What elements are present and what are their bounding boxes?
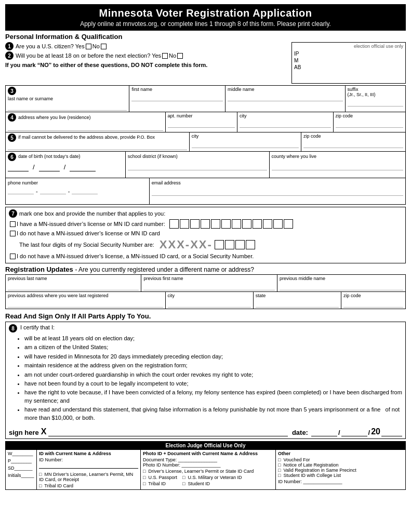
prev-last-name-input[interactable] — [8, 282, 139, 290]
id-box-11[interactable] — [273, 219, 283, 229]
po-city-input[interactable] — [192, 140, 299, 148]
school-label: school district (if known) — [128, 154, 178, 159]
warning-row: If you mark “NO” to either of these ques… — [5, 62, 289, 68]
tribal-student-row: □ Tribal ID □ Student ID — [143, 481, 273, 486]
vouched-option: □ Vouched For — [278, 457, 403, 462]
po-city-cell: city — [190, 132, 301, 151]
dl-state-id-option: □ Driver’s License, Learner’s Permit or … — [143, 469, 273, 474]
suffix-input[interactable] — [348, 98, 403, 107]
q2-text: Will you be at least 18 on or before the… — [16, 52, 161, 59]
id-current-name-col: ID with Current Name & Address ID Number… — [37, 449, 141, 489]
certify-num-row: 8 I certify that I: — [9, 324, 402, 332]
phone-dash1: - — [36, 188, 38, 194]
suffix-cell: suffix(Jr., Sr., II, III) — [346, 86, 405, 112]
middle-name-cell: middle name — [226, 86, 346, 112]
prev-city-input[interactable] — [168, 299, 251, 308]
middle-name-label: middle name — [228, 87, 343, 92]
prev-first-name-input[interactable] — [143, 282, 274, 290]
id-box-12[interactable] — [284, 219, 293, 229]
id-box-2[interactable] — [180, 219, 189, 229]
prev-address-cell: previous address where you were last reg… — [6, 292, 166, 309]
q2-yes-checkbox[interactable] — [162, 53, 168, 59]
address-input[interactable] — [8, 123, 163, 131]
s7-opt2-checkbox[interactable] — [10, 231, 16, 236]
valid-reg-option: □ Valid Registration in Same Precinct — [278, 468, 403, 473]
zip-input[interactable] — [336, 119, 403, 128]
city-input[interactable] — [240, 119, 331, 128]
id-box-5[interactable] — [211, 219, 220, 229]
id-box-4[interactable] — [201, 219, 210, 229]
address-label: address where you live (residence) — [18, 115, 91, 120]
school-input[interactable] — [128, 162, 267, 170]
q1-no-checkbox[interactable] — [101, 44, 107, 49]
ssn-box-3[interactable] — [235, 240, 245, 249]
dob-day-input[interactable] — [39, 163, 60, 171]
s7-opt1-checkbox[interactable] — [10, 221, 16, 227]
s7-opt3-checkbox[interactable] — [10, 254, 16, 259]
other-col: Other □ Vouched For □ Notice of Late Reg… — [276, 449, 406, 489]
id-box-10[interactable] — [263, 219, 272, 229]
id-box-3[interactable] — [190, 219, 200, 229]
date-day-line[interactable] — [341, 426, 367, 436]
section-4-address-row: 4 address where you live (residence) apt… — [5, 112, 406, 132]
id-box-1[interactable] — [169, 219, 179, 229]
certify-list: will be at least 18 years old on electio… — [24, 335, 402, 422]
middle-name-input[interactable] — [228, 93, 343, 101]
s7-badge: 7 — [9, 209, 17, 218]
question-2-row: 2 Will you be at least 18 on or before t… — [5, 51, 289, 60]
prev-first-name-label: previous first name — [143, 276, 274, 281]
section-6-bottom: phone number - - email address — [6, 178, 405, 204]
election-official-label: election official use only — [294, 44, 403, 49]
prev-state-input[interactable] — [256, 299, 339, 308]
date-month-line[interactable] — [311, 426, 337, 436]
ssn-box-4[interactable] — [246, 240, 255, 249]
s3-badge: 3 — [8, 87, 16, 95]
apt-number-input[interactable] — [168, 119, 235, 128]
section-5-po-row: 5 if mail cannot be delivered to the add… — [5, 132, 406, 152]
prev-address-input[interactable] — [8, 299, 163, 308]
po-zip-cell: zip code — [301, 132, 405, 151]
judge-sd: SD_______ — [8, 466, 34, 471]
county-label: county where you live — [272, 154, 317, 159]
signature-line[interactable] — [48, 426, 287, 436]
q1-text: Are you a U.S. citizen? Yes — [16, 43, 85, 49]
dob-label: date of birth (not today’s date) — [18, 154, 80, 159]
county-input[interactable] — [272, 162, 403, 170]
sign-label: sign here — [9, 429, 39, 436]
q2-badge: 2 — [5, 51, 14, 60]
prev-middle-name-input[interactable] — [280, 282, 403, 290]
prev-zip-input[interactable] — [343, 299, 403, 308]
pobox-input[interactable] — [8, 142, 187, 150]
city-cell: city — [237, 112, 334, 132]
id-box-8[interactable] — [242, 219, 251, 229]
po-zip-input[interactable] — [303, 140, 403, 148]
id-box-7[interactable] — [232, 219, 241, 229]
late-reg-option: □ Notice of Late Registration — [278, 462, 403, 468]
certify-item-2: am a citizen of the United States; — [24, 343, 402, 351]
q1-no-label: No — [92, 43, 100, 49]
ssn-box-1[interactable] — [215, 240, 224, 249]
reg-updates-subtitle: - Are you currently registered under a d… — [75, 266, 254, 273]
election-official-ip: IP — [294, 51, 403, 57]
certify-item-5: am not under court-ordered guardianship … — [24, 371, 402, 379]
email-input[interactable] — [152, 188, 403, 196]
id-box-6[interactable] — [221, 219, 231, 229]
phone-number-input[interactable] — [72, 188, 98, 194]
id-box-9[interactable] — [253, 219, 262, 229]
s7-opt2-text: I do not have a MN-issued driver’s licen… — [17, 230, 160, 236]
dob-year-input[interactable] — [70, 163, 96, 171]
date-year-line[interactable] — [381, 426, 402, 436]
ssn-box-2[interactable] — [225, 240, 234, 249]
question-1-row: 1 Are you a U.S. citizen? Yes No — [5, 42, 289, 50]
last-name-input[interactable] — [8, 102, 127, 111]
q2-no-checkbox[interactable] — [177, 53, 183, 59]
phone-exchange-input[interactable] — [40, 188, 66, 194]
phone-area-input[interactable] — [8, 188, 34, 194]
sign-title-text: Read And Sign Only If All Parts Apply To… — [5, 312, 151, 320]
section-6-area: 6 date of birth (not today’s date) / / s… — [5, 152, 406, 205]
page-container: Minnesota Voter Registration Application… — [0, 0, 411, 494]
election-official-m: M — [294, 58, 403, 63]
dob-month-input[interactable] — [8, 163, 29, 171]
first-name-input[interactable] — [131, 93, 223, 101]
q1-yes-checkbox[interactable] — [86, 44, 91, 49]
